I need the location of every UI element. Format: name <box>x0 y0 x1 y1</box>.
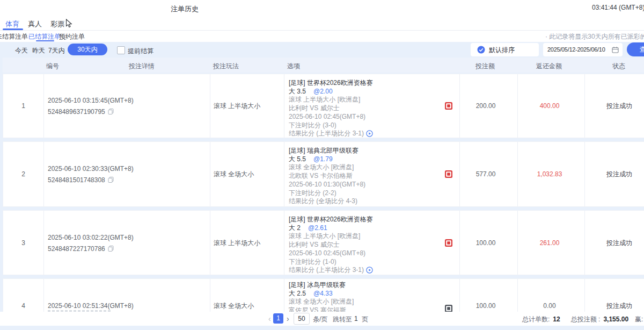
page-title: 注单历史 <box>171 4 199 14</box>
total-win-label: 赢: <box>635 315 643 323</box>
default-sort-button[interactable]: 默认排序 <box>471 43 539 56</box>
tab-lottery[interactable]: 彩票 <box>50 19 64 29</box>
order-number: 5248489637190795 <box>48 108 105 116</box>
play-type: 滚球 全场大小 <box>214 170 254 179</box>
copy-icon[interactable] <box>108 109 114 115</box>
market: 滚球 全场大小 [欧洲盘] <box>289 298 354 306</box>
play-type: 滚球 上半场大小 <box>214 238 260 247</box>
col-header-detail: 投注详情 <box>129 62 155 71</box>
row-number: 1 <box>3 102 43 110</box>
bet-status: 投注成功 <box>584 170 644 179</box>
bet-row: 1 2025-06-10 03:15:45(GMT+8) 52484896371… <box>3 74 644 138</box>
match-badge-icon <box>445 239 452 247</box>
bet-time: 2025-06-10 02:30:33(GMT+8) <box>48 165 134 173</box>
copy-icon[interactable] <box>108 177 114 183</box>
teams: 比利时 VS 威尔士 <box>289 241 373 249</box>
date-range-value: 2025/05/12-2025/06/10 <box>547 46 605 53</box>
copy-icon[interactable] <box>108 245 114 252</box>
main-tabs-bar <box>0 16 644 31</box>
page-size-input[interactable]: 50 <box>294 313 310 325</box>
pick: 大 2.5 <box>289 290 306 297</box>
bet-time: 2025-06-10 03:15:45(GMT+8) <box>48 97 134 104</box>
payout-amount: 400.00 <box>515 102 584 110</box>
score-result: 结果比分 (全场比分 4-3) <box>289 197 365 206</box>
replay-icon[interactable] <box>366 130 373 137</box>
option-cell: [足球] 瑞典北部甲级联赛 大 5.5@1.79 滚球 全场大小 [欧洲盘] 北… <box>289 147 365 206</box>
odds: @2.00 <box>313 88 333 95</box>
market: 滚球 全场大小 [欧洲盘] <box>289 163 365 172</box>
active-subtab-indicator <box>36 40 54 41</box>
per-page-label: 条/页 <box>313 315 327 324</box>
replay-icon[interactable] <box>366 267 373 274</box>
bet-time: 2025-06-10 02:51:34(GMT+8) <box>48 302 134 310</box>
option-cell: [足球] 世界杯2026欧洲资格赛 大 3.5@2.00 滚球 上半场大小 [欧… <box>289 79 373 138</box>
jump-page-input[interactable]: 1 <box>354 315 358 322</box>
payout-amount: 261.00 <box>515 239 584 247</box>
league-name: [足球] 世界杯2026欧洲资格赛 <box>289 79 373 88</box>
bet-detail-cell: 2025-06-10 03:15:45(GMT+8) 5248489637190… <box>48 97 134 116</box>
search-button[interactable]: 查询 <box>627 42 644 56</box>
prev-page-icon[interactable]: ‹ <box>268 314 271 323</box>
score-result: 结果比分 (上半场比分 3-1) <box>289 130 364 137</box>
active-tab-indicator <box>3 28 23 30</box>
bet-time: 2025-06-10 03:02:22(GMT+8) <box>48 233 134 241</box>
table-header-row: 编号 投注详情 投注玩法 选项 投注额 返还金额 状态 <box>3 58 644 73</box>
odds: @1.79 <box>313 155 333 163</box>
bet-amount: 200.00 <box>457 102 515 110</box>
current-page-button[interactable]: 1 <box>273 313 283 324</box>
total-count-label: 总计单数: <box>522 315 550 323</box>
next-page-icon[interactable]: › <box>287 314 289 323</box>
bet-amount: 577.00 <box>457 170 515 178</box>
subtab-reserved[interactable]: 预约注单 <box>59 32 85 41</box>
page-unit-label: 页 <box>362 315 368 324</box>
match-badge-icon <box>445 305 452 312</box>
bet-detail-cell: 2025-06-10 02:30:33(GMT+8) 5248481501748… <box>48 165 134 184</box>
date-range-picker[interactable]: 2025/05/12-2025/06/10 <box>543 43 623 56</box>
subtab-unsettled[interactable]: 未结算注单 <box>0 32 28 41</box>
total-count: 12 <box>553 315 560 323</box>
payout-amount: 1,032.83 <box>515 170 584 178</box>
row-number: 3 <box>3 239 43 247</box>
option-cell: [足球] 世界杯2026欧洲资格赛 大 2@2.61 滚球 上半场大小 [欧洲盘… <box>289 216 373 275</box>
score-result: 结果比分 (上半场比分 3-1) <box>289 266 364 274</box>
server-clock: 03:41:44 (GMT+8) <box>592 4 644 11</box>
col-header-payout: 返还金额 <box>514 62 584 71</box>
check-circle-icon <box>477 46 485 54</box>
total-stake: 3,155.00 <box>603 315 628 323</box>
tab-sport[interactable]: 体育 <box>5 19 19 29</box>
bet-status: 投注成功 <box>584 238 644 247</box>
row-number: 2 <box>3 170 43 178</box>
filter-yesterday[interactable]: 昨天 <box>32 46 45 55</box>
bet-detail-cell: 2025-06-10 03:02:22(GMT+8) 5248487227170… <box>48 233 134 252</box>
records-notice: · 此记录将显示30天内所有已派彩的注单 <box>545 32 644 41</box>
option-cell: [足球] 冰岛甲级联赛 大 2.5@4.33 滚球 全场大小 [欧洲盘] 富佐尼… <box>289 281 354 315</box>
tab-live[interactable]: 真人 <box>28 19 42 29</box>
league-name: [足球] 世界杯2026欧洲资格赛 <box>289 216 373 224</box>
filter-7days[interactable]: 7天内 <box>48 46 65 55</box>
col-header-no: 编号 <box>46 62 59 71</box>
pick: 大 5.5 <box>289 155 306 163</box>
early-settle-label[interactable]: 提前结算 <box>128 47 153 56</box>
bet-amount: 100.00 <box>457 302 515 310</box>
league-name: [足球] 瑞典北部甲级联赛 <box>289 147 365 155</box>
pick: 大 2 <box>289 224 301 232</box>
early-settle-checkbox[interactable] <box>117 46 125 54</box>
filter-today[interactable]: 今天 <box>15 46 28 55</box>
play-type: 滚球 全场大小 <box>214 302 254 311</box>
match-time: 2025-06-10 02:45(GMT+8) <box>289 249 373 258</box>
bet-amount: 100.00 <box>457 239 515 247</box>
filter-30days-active[interactable]: 30天内 <box>68 44 107 55</box>
league-name: [足球] 冰岛甲级联赛 <box>289 281 354 290</box>
mouse-cursor-icon <box>65 19 74 28</box>
bet-status: 投注成功 <box>584 102 644 111</box>
bottom-strip <box>0 326 644 330</box>
bet-detail-cell: 2025-06-10 02:51:34(GMT+8) <box>48 302 134 310</box>
score-at-bet: 下注时比分 (3-0) <box>289 121 373 130</box>
bet-row: 2 2025-06-10 02:30:33(GMT+8) 52484815017… <box>3 141 644 207</box>
odds: @2.61 <box>308 224 327 232</box>
col-header-option: 选项 <box>287 62 300 71</box>
match-time: 2025-06-10 01:30(GMT+8) <box>289 181 365 189</box>
match-badge-icon <box>445 102 452 110</box>
jump-to-label: 跳转至 <box>333 315 352 324</box>
order-number: 5248487227170786 <box>48 245 105 252</box>
